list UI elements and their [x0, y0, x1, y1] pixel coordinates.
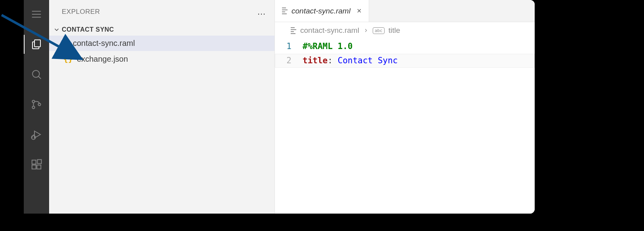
- code-token: Contact Sync: [338, 56, 398, 65]
- file-lines-icon: [282, 8, 288, 14]
- tab-bar: contact-sync.raml ×: [275, 0, 535, 22]
- file-name: exchange.json: [77, 55, 128, 64]
- code-line: 2 title: Contact Sync: [275, 54, 535, 68]
- code-token: title: [303, 56, 328, 65]
- explorer-icon[interactable]: [24, 35, 49, 54]
- svg-point-7: [32, 106, 34, 108]
- svg-rect-3: [34, 40, 40, 47]
- explorer-header: EXPLORER …: [49, 0, 274, 24]
- file-braces-icon: {}: [63, 54, 73, 64]
- file-name: contact-sync.raml: [73, 39, 135, 48]
- tab-contact-sync[interactable]: contact-sync.raml ×: [275, 0, 369, 22]
- code-token: :: [328, 56, 337, 65]
- explorer-more-icon[interactable]: …: [257, 7, 267, 17]
- svg-rect-17: [38, 160, 42, 164]
- run-debug-icon[interactable]: [24, 125, 49, 144]
- breadcrumb-file: contact-sync.raml: [300, 26, 359, 35]
- editor-region: contact-sync.raml × contact-sync.raml ab…: [275, 0, 535, 214]
- svg-line-13: [32, 136, 33, 137]
- svg-point-6: [32, 100, 34, 102]
- explorer-title: EXPLORER: [62, 8, 100, 16]
- svg-line-5: [38, 76, 41, 79]
- symbol-kind-icon: abc: [373, 27, 385, 34]
- code-token: #%RAML 1.0: [303, 40, 352, 54]
- file-lines-icon: [291, 27, 296, 34]
- line-number: 2: [275, 54, 303, 68]
- menu-icon[interactable]: [24, 5, 49, 24]
- explorer-sidebar: EXPLORER … CONTACT SYNC contact-sync.ram…: [49, 0, 275, 214]
- breadcrumb-symbol: title: [389, 26, 400, 35]
- source-control-icon[interactable]: [24, 95, 49, 114]
- svg-rect-15: [32, 165, 36, 169]
- chevron-down-icon: [53, 26, 60, 33]
- activity-bar: [24, 0, 49, 214]
- extensions-icon[interactable]: [24, 155, 49, 174]
- file-item-raml[interactable]: contact-sync.raml: [49, 36, 274, 51]
- vscode-window: EXPLORER … CONTACT SYNC contact-sync.ram…: [24, 0, 535, 214]
- folder-name: CONTACT SYNC: [62, 26, 114, 33]
- line-number: 1: [275, 40, 303, 54]
- svg-rect-16: [37, 165, 41, 169]
- folder-header[interactable]: CONTACT SYNC: [49, 24, 274, 36]
- breadcrumb[interactable]: contact-sync.raml abc title: [275, 22, 535, 39]
- chevron-right-icon: [363, 28, 369, 33]
- tab-label: contact-sync.raml: [292, 7, 351, 15]
- file-lines-icon: [63, 40, 69, 47]
- close-icon[interactable]: ×: [357, 6, 362, 15]
- search-icon[interactable]: [24, 65, 49, 84]
- code-editor[interactable]: 1 #%RAML 1.0 2 title: Contact Sync: [275, 39, 535, 214]
- svg-rect-14: [32, 160, 36, 164]
- code-line: 1 #%RAML 1.0: [275, 40, 535, 54]
- svg-point-4: [32, 70, 40, 78]
- file-item-json[interactable]: {} exchange.json: [49, 51, 274, 67]
